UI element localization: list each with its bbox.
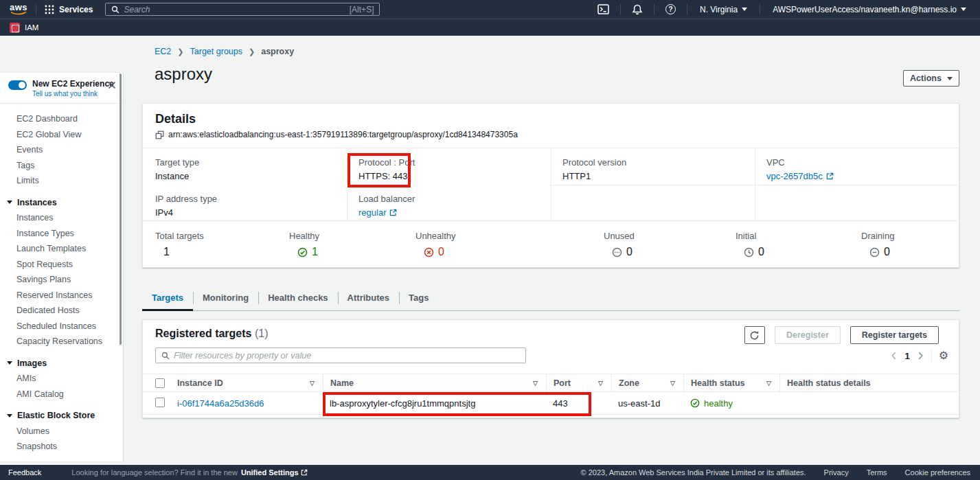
account-menu[interactable]: AWSPowerUserAccess/navaneeth.kn@harness.… <box>768 5 970 14</box>
column-header[interactable]: Name ▽ <box>323 374 546 391</box>
region-label: N. Virginia <box>700 5 738 14</box>
help-button[interactable] <box>663 4 679 14</box>
cloudshell-button[interactable] <box>595 4 612 14</box>
sidebar-item-label: Events <box>16 145 43 155</box>
breadcrumb-ec2[interactable]: EC2 <box>155 47 171 56</box>
sidebar-item-label: Dedicated Hosts <box>16 306 80 315</box>
refresh-button[interactable] <box>744 326 765 344</box>
sidebar-item[interactable]: Spot Requests <box>0 257 123 273</box>
new-experience-feedback-link[interactable]: Tell us what you think <box>32 90 114 98</box>
favorite-iam-link[interactable]: IAM <box>10 23 38 33</box>
field-label: Target type <box>155 157 347 168</box>
sidebar-item-label: Instances <box>16 213 54 222</box>
sidebar-item[interactable]: Capacity Reservations <box>0 334 123 350</box>
services-menu-button[interactable]: Services <box>45 5 93 14</box>
chevron-down-icon <box>947 77 953 80</box>
page-number[interactable]: 1 <box>904 351 909 361</box>
aws-logo[interactable]: aws <box>10 3 27 16</box>
sort-icon[interactable]: ▽ <box>310 380 323 387</box>
breadcrumb-target-groups[interactable]: Target groups <box>190 47 242 56</box>
sidebar-item[interactable]: Snapshots <box>0 439 123 455</box>
external-link-icon <box>826 172 834 180</box>
field-label: Load balancer <box>358 194 551 204</box>
aws-smile-icon <box>10 11 27 16</box>
column-header[interactable]: Port ▽ <box>546 374 611 391</box>
row-checkbox[interactable] <box>155 398 165 407</box>
divider <box>931 349 932 363</box>
sort-icon[interactable]: ▽ <box>598 380 611 387</box>
search-icon <box>111 5 119 14</box>
column-header[interactable]: Health status details ▽ <box>779 374 959 391</box>
top-navigation-bar: aws Services [Alt+S] <box>0 0 980 19</box>
column-header[interactable]: Instance ID ▽ <box>165 374 323 391</box>
previous-page-button[interactable] <box>890 351 898 361</box>
target-group-arn: arn:aws:elasticloadbalancing:us-east-1:3… <box>168 130 518 139</box>
select-all-checkbox[interactable] <box>155 378 165 388</box>
details-grid: Target type Instance IP address type IPv… <box>143 148 959 220</box>
sidebar-item[interactable]: AMIs <box>0 371 123 387</box>
sidebar-item[interactable]: Elastic Block Store <box>0 408 123 424</box>
filter-box[interactable] <box>155 347 526 363</box>
sidebar-item[interactable]: AMI Catalog <box>0 387 123 402</box>
vpc-link[interactable]: vpc-2657db5c <box>766 171 834 181</box>
close-banner-button[interactable] <box>108 81 116 89</box>
target-name-cell: lb-asproxytyler-cfcg8jru1tmmqpntsjtg <box>323 398 546 409</box>
deregister-button[interactable]: Deregister <box>775 326 841 344</box>
table-settings-button[interactable]: ⚙ <box>939 350 948 361</box>
notifications-button[interactable] <box>629 4 646 15</box>
filter-input[interactable] <box>174 351 520 361</box>
sort-icon[interactable]: ▽ <box>766 380 779 387</box>
sidebar-scrollbar[interactable] <box>119 73 122 345</box>
new-experience-toggle[interactable] <box>8 80 27 90</box>
search-input[interactable] <box>124 5 345 14</box>
register-targets-button[interactable]: Register targets <box>850 326 939 344</box>
tab[interactable]: Tags <box>399 285 438 310</box>
stat-unused: Unused 0 <box>604 231 635 258</box>
sidebar-item[interactable]: Limits <box>0 173 123 189</box>
privacy-link[interactable]: Privacy <box>824 468 849 477</box>
instance-id-link[interactable]: i-06f1744a6a25d36d6 <box>177 398 264 409</box>
divider <box>687 4 687 15</box>
sidebar-item[interactable]: Savings Plans <box>0 272 123 288</box>
sidebar-item[interactable]: EC2 Dashboard <box>0 111 123 127</box>
sidebar-item[interactable]: Launch Templates <box>0 241 123 257</box>
global-search-box[interactable]: [Alt+S] <box>105 3 380 16</box>
sort-icon[interactable]: ▽ <box>670 380 683 387</box>
details-heading: Details <box>155 112 196 126</box>
unified-settings-link[interactable]: Unified Settings <box>241 468 308 477</box>
sidebar-item[interactable]: Dedicated Hosts <box>0 303 123 319</box>
next-page-button[interactable] <box>917 351 924 361</box>
sort-icon[interactable]: ▽ <box>533 380 546 387</box>
sidebar-item[interactable]: Instances <box>0 210 123 226</box>
tab[interactable]: Health checks <box>258 285 337 310</box>
account-label: AWSPowerUserAccess/navaneeth.kn@harness.… <box>773 5 957 14</box>
sidebar-item[interactable]: Events <box>0 142 123 158</box>
sidebar-item[interactable]: Instance Types <box>0 226 123 242</box>
actions-button[interactable]: Actions <box>903 70 959 87</box>
divider <box>760 4 760 15</box>
tab[interactable]: Targets <box>142 285 193 310</box>
column-header[interactable]: Health status ▽ <box>683 374 779 391</box>
stat-total-targets: Total targets 1 <box>155 231 204 258</box>
sidebar-item[interactable]: Images <box>0 356 123 372</box>
refresh-icon <box>749 330 760 341</box>
cookie-preferences-link[interactable]: Cookie preferences <box>905 468 970 477</box>
sidebar-item[interactable]: Instances <box>0 195 123 211</box>
sidebar-item[interactable]: Scheduled Instances <box>0 319 123 334</box>
load-balancer-link[interactable]: regular <box>358 207 397 218</box>
region-selector[interactable]: N. Virginia <box>696 5 751 14</box>
terms-link[interactable]: Terms <box>867 468 887 477</box>
sidebar-item[interactable]: Tags <box>0 158 123 174</box>
sidebar-item[interactable]: Volumes <box>0 424 123 439</box>
feedback-link[interactable]: Feedback <box>8 468 41 477</box>
chevron-right-icon <box>917 351 924 361</box>
breadcrumb-separator: ❯ <box>177 47 183 56</box>
copy-arn-button[interactable] <box>155 130 164 139</box>
sidebar-item-label: Volumes <box>16 426 49 436</box>
sidebar-item-label: Capacity Reservations <box>16 336 102 346</box>
tab[interactable]: Attributes <box>338 285 399 310</box>
column-header[interactable]: Zone ▽ <box>611 374 683 391</box>
sidebar-item[interactable]: EC2 Global View <box>0 127 123 143</box>
tab[interactable]: Monitoring <box>193 285 258 310</box>
sidebar-item[interactable]: Reserved Instances <box>0 288 123 304</box>
